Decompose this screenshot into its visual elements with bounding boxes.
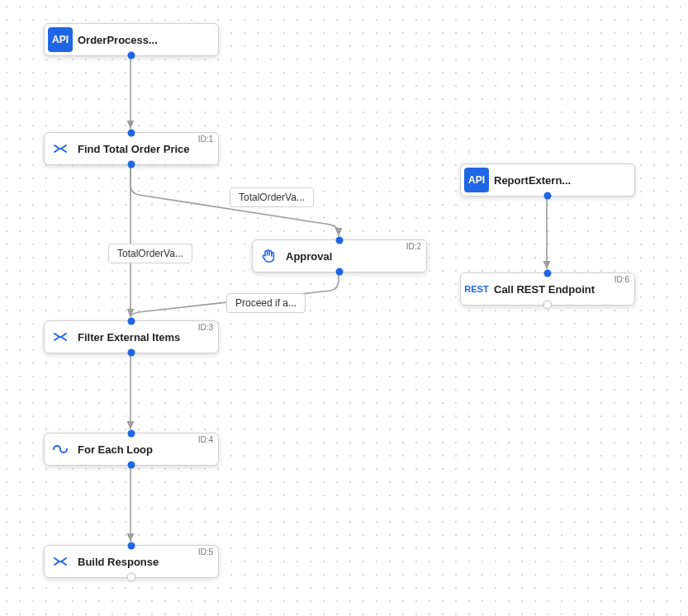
port-out[interactable] <box>128 161 135 168</box>
data-mapper-icon <box>48 325 73 349</box>
node-id: ID:3 <box>198 323 213 332</box>
port-in[interactable] <box>544 270 552 277</box>
node-filter-external-items[interactable]: Filter External Items ID:3 <box>44 320 219 353</box>
node-id: ID:5 <box>198 547 213 557</box>
data-mapper-icon <box>48 549 73 574</box>
node-find-total-order-price[interactable]: Find Total Order Price ID:1 <box>44 132 219 165</box>
port-out[interactable] <box>128 349 135 357</box>
node-approval[interactable]: Approval ID:2 <box>252 239 427 272</box>
edges-layer <box>0 0 688 616</box>
port-in[interactable] <box>128 130 135 137</box>
edge-label-n2-n3[interactable]: Proceed if a... <box>226 293 306 313</box>
port-out-open[interactable] <box>543 301 553 310</box>
node-label: ReportExtern... <box>489 174 634 187</box>
port-in[interactable] <box>336 237 344 244</box>
node-label: Find Total Order Price <box>73 143 218 155</box>
port-out[interactable] <box>544 192 552 200</box>
edge-label-n1-n2[interactable]: TotalOrderVa... <box>230 187 314 207</box>
node-for-each-loop[interactable]: For Each Loop ID:4 <box>44 433 219 466</box>
node-label: Approval <box>281 250 426 263</box>
node-build-response[interactable]: Build Response ID:5 <box>44 545 219 578</box>
port-out[interactable] <box>128 52 135 59</box>
node-label: Build Response <box>73 556 218 568</box>
node-id: ID:1 <box>198 135 213 144</box>
port-in[interactable] <box>128 430 135 438</box>
node-call-rest-endpoint[interactable]: REST Call REST Endpoint ID:6 <box>460 272 635 306</box>
edge-label-n1-n3[interactable]: TotalOrderVa... <box>108 244 192 263</box>
node-id: ID:4 <box>198 435 213 444</box>
node-label: Filter External Items <box>73 331 218 344</box>
port-in[interactable] <box>128 318 135 325</box>
node-id: ID:6 <box>614 275 629 284</box>
data-mapper-icon <box>48 136 73 161</box>
node-start-orderprocess[interactable]: API OrderProcess... <box>44 23 219 56</box>
node-label: OrderProcess... <box>73 34 218 46</box>
node-label: Call REST Endpoint <box>489 283 634 296</box>
port-out[interactable] <box>128 462 135 469</box>
node-label: For Each Loop <box>73 443 218 456</box>
api-icon: API <box>48 27 73 52</box>
port-out[interactable] <box>336 268 344 276</box>
rest-icon: REST <box>464 277 489 301</box>
port-in[interactable] <box>128 543 135 550</box>
port-out-open[interactable] <box>127 573 136 582</box>
flow-canvas[interactable]: API OrderProcess... Find Total Order Pri… <box>0 0 688 616</box>
node-id: ID:2 <box>406 242 421 251</box>
hand-icon <box>256 244 281 268</box>
api-icon: API <box>464 168 489 192</box>
loop-icon <box>48 437 73 462</box>
node-start-reportextern[interactable]: API ReportExtern... <box>460 163 635 197</box>
